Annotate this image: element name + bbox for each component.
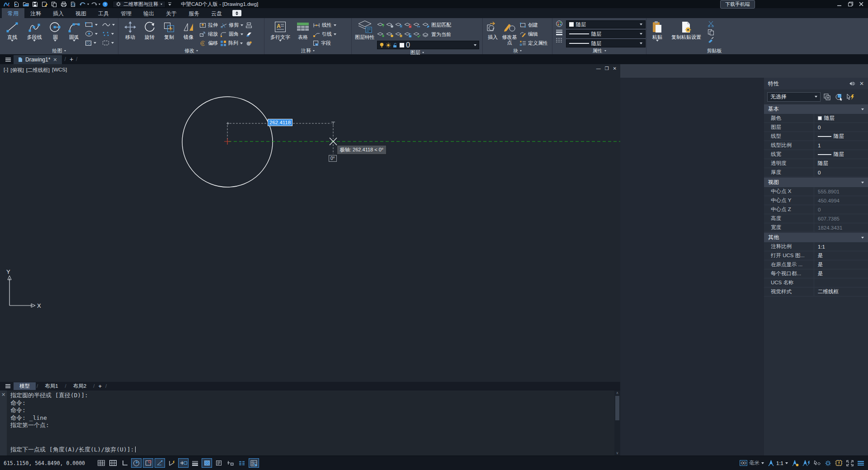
grid-toggle[interactable] — [96, 458, 106, 468]
copy-paste-settings-button[interactable]: 复制粘贴设置 — [667, 19, 705, 47]
layer-swap-icon[interactable] — [413, 22, 421, 28]
layer-move-down-icon[interactable] — [377, 32, 385, 38]
section-basic[interactable]: 基本 — [764, 104, 868, 114]
boundary-button[interactable] — [102, 39, 115, 47]
copy-button[interactable]: 复制 — [160, 19, 178, 47]
layer-on-icon[interactable] — [386, 32, 394, 38]
point-caret-icon[interactable] — [111, 33, 114, 35]
print-icon[interactable] — [59, 0, 68, 8]
ribbon-collapse-icon[interactable] — [232, 10, 241, 16]
dynamic-input-toggle[interactable] — [178, 458, 189, 468]
viewport-wcs-control[interactable]: [WCS] — [52, 67, 67, 74]
layer-thaw-icon[interactable] — [395, 32, 403, 38]
scroll-thumb[interactable] — [615, 396, 619, 420]
undo-caret-icon[interactable] — [87, 4, 89, 5]
dynamic-ucs-toggle[interactable] — [166, 458, 177, 468]
drawing-units-control[interactable]: 毫米 — [740, 460, 764, 466]
drawing-canvas[interactable] — [0, 64, 620, 382]
close-button[interactable] — [856, 1, 866, 8]
linear-caret-icon[interactable] — [334, 24, 336, 26]
panel-label-block[interactable]: 块 — [483, 47, 552, 54]
spline-button[interactable] — [102, 20, 115, 29]
edit-block-button[interactable]: 编辑 — [519, 30, 548, 38]
quick-properties-toggle[interactable] — [213, 458, 224, 468]
viewport-view-control[interactable]: [俯视] — [10, 67, 24, 74]
circle-button[interactable]: 圆 — [47, 19, 63, 47]
add-layout-icon[interactable]: + — [95, 383, 104, 390]
boundary-caret-icon[interactable] — [111, 42, 114, 44]
select-objects-icon[interactable] — [834, 93, 843, 101]
annotation-scale-lines-toggle[interactable] — [237, 458, 247, 468]
trim-caret-icon[interactable] — [241, 24, 243, 26]
layer-unlock-icon[interactable] — [404, 32, 412, 38]
spline-caret-icon[interactable] — [112, 24, 115, 26]
osnap-toggle[interactable] — [143, 458, 153, 468]
maximize-button[interactable] — [845, 1, 855, 8]
polyline-caret-icon[interactable] — [33, 40, 36, 42]
ribbon-tab-about[interactable]: 关于 — [160, 8, 183, 18]
ribbon-tab-cloud[interactable]: 云盘 — [205, 8, 228, 18]
selection-dropdown[interactable]: 无选择 — [767, 92, 821, 102]
offset-button[interactable]: 偏移 — [199, 39, 218, 47]
mirror-button[interactable]: 镜像 — [180, 19, 197, 47]
help-icon[interactable]: ? — [101, 0, 109, 8]
ribbon-tab-tools[interactable]: 工具 — [92, 8, 115, 18]
paste-button[interactable]: 粘贴 — [650, 19, 665, 47]
fillet-caret-icon[interactable] — [241, 33, 243, 35]
panel-label-clipboard[interactable]: 剪贴板 — [646, 47, 782, 54]
layer-freeze-icon[interactable] — [395, 22, 403, 28]
new-document-tab-icon[interactable]: + — [70, 56, 73, 63]
copy-icon[interactable] — [50, 0, 58, 8]
polar-toggle[interactable] — [131, 458, 142, 468]
viewport-menu-control[interactable]: [-] — [4, 67, 8, 74]
save-icon[interactable] — [31, 0, 39, 8]
line-button[interactable]: 直线 — [3, 19, 21, 47]
prop-row-width[interactable]: 宽度 1824.3431 — [764, 223, 868, 232]
panel-label-layer[interactable]: 图层 — [352, 49, 482, 56]
palette-close-icon[interactable]: ✕ — [859, 80, 864, 87]
rotate-button[interactable]: 复制 旋转 — [141, 19, 158, 47]
break-button[interactable] — [245, 39, 252, 47]
prop-row-ucs-per-viewport[interactable]: 每个视口都... 是 — [764, 269, 868, 278]
prop-row-linetype-scale[interactable]: 线型比例 1 — [764, 141, 868, 150]
layer-move-up-icon[interactable] — [377, 22, 385, 28]
prop-row-center-z[interactable]: 中心点 Z 0 — [764, 205, 868, 214]
new-file-icon[interactable] — [12, 0, 20, 8]
erase-button[interactable] — [245, 30, 252, 38]
ellipse-button[interactable] — [85, 29, 98, 38]
snap-toggle[interactable] — [108, 458, 118, 468]
scroll-down-icon[interactable]: ∨ — [616, 451, 619, 455]
hatch-button[interactable] — [85, 39, 98, 47]
layer-match-icon[interactable] — [422, 22, 430, 28]
layer-dropdown[interactable]: 0 — [377, 41, 479, 49]
mtext-caret-icon[interactable] — [279, 40, 282, 42]
layer-check-icon[interactable] — [413, 32, 421, 38]
lineweight-list-icon[interactable] — [556, 29, 563, 35]
prop-row-layer[interactable]: 图层 0 — [764, 123, 868, 132]
prop-row-lineweight[interactable]: 线宽 随层 — [764, 150, 868, 159]
annotation-visibility-toggle[interactable] — [792, 460, 799, 466]
preview-icon[interactable] — [69, 0, 77, 8]
prop-row-ucs-name[interactable]: UCS 名称 — [764, 278, 868, 287]
scale-button[interactable]: 缩放 — [199, 30, 218, 38]
ribbon-tab-view[interactable]: 视图 — [70, 8, 92, 18]
layer-lock-icon[interactable] — [404, 22, 412, 28]
palette-autohide-icon[interactable] — [849, 81, 855, 86]
section-view[interactable]: 视图 — [764, 178, 868, 187]
mtext-button[interactable]: A 多行文字 — [268, 19, 293, 47]
selection-cycling-toggle[interactable] — [814, 460, 821, 466]
minimize-button[interactable] — [835, 1, 844, 8]
stretch-button[interactable]: 拉伸 — [199, 21, 218, 29]
match-properties-icon[interactable] — [708, 37, 714, 43]
color-dropdown[interactable]: 随层 — [566, 20, 646, 28]
layer-properties-button[interactable]: 图层特性 — [355, 19, 375, 49]
transparency-toggle[interactable] — [202, 458, 212, 468]
cut-icon[interactable] — [708, 21, 714, 27]
table-button[interactable]: 表格 — [295, 19, 311, 47]
linetype-dropdown[interactable]: 随层 — [566, 39, 646, 47]
ortho-toggle[interactable] — [119, 458, 130, 468]
workspace-selector[interactable]: 二维草图与注释 — [113, 1, 165, 8]
fullscreen-toggle[interactable] — [846, 460, 854, 466]
point-button[interactable] — [102, 29, 115, 38]
command-window[interactable]: ✕ 指定圆的半径或 [直径(D)]: 命令: 命令: 命令: _line 指定第… — [0, 390, 620, 456]
